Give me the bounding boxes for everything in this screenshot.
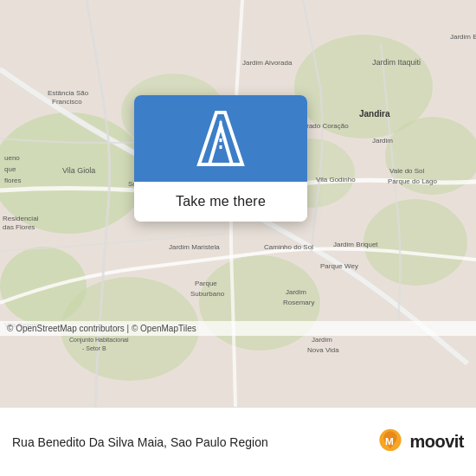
svg-text:Caminho do Sol: Caminho do Sol [264,243,313,251]
svg-text:Parque Wey: Parque Wey [320,262,358,270]
svg-text:Estância São: Estância São [48,89,89,97]
moovit-logo: M moovit [376,428,464,456]
svg-text:que: que [4,165,16,173]
svg-text:Jardim: Jardim [312,336,332,344]
svg-text:das Flores: das Flores [3,223,35,231]
navigation-card: Take me there [134,95,307,222]
svg-text:Rosemary: Rosemary [283,299,314,306]
take-me-there-button[interactable]: Take me there [134,182,307,222]
map-attribution: © OpenStreetMap contributors | © OpenMap… [0,321,476,336]
moovit-logo-icon: M [376,428,404,456]
svg-text:ueno: ueno [4,154,20,162]
svg-text:Vila Giola: Vila Giola [62,166,95,175]
nav-card-icon-area [134,95,307,182]
road-icon [190,108,251,169]
svg-text:Parque: Parque [195,280,217,287]
map[interactable]: Jardim Itaquiti Jardim Be Jandira Jardim… [0,0,476,407]
svg-text:Jardim Itaquiti: Jardim Itaquiti [372,58,421,67]
svg-text:Parque do Lago: Parque do Lago [388,177,437,185]
svg-text:Jardim Alvorada: Jardim Alvorada [242,59,293,67]
svg-text:Vale do Sol: Vale do Sol [389,167,425,175]
svg-text:Residencial: Residencial [3,215,39,222]
svg-text:Nova Vida: Nova Vida [307,346,339,354]
svg-text:- Setor B: - Setor B [82,345,106,351]
svg-text:Jardim Be: Jardim Be [450,33,476,41]
svg-point-4 [363,199,467,286]
svg-text:Conjunto Habitacional: Conjunto Habitacional [69,337,129,344]
svg-text:Francisco: Francisco [52,98,82,106]
svg-text:Jardim: Jardim [372,137,393,145]
svg-text:Jardim Maristela: Jardim Maristela [169,243,220,251]
bottom-bar: Rua Benedito Da Silva Maia, Sao Paulo Re… [0,407,476,476]
svg-text:Vila Godinho: Vila Godinho [316,176,356,183]
svg-text:Suburbano: Suburbano [190,290,225,298]
moovit-text: moovit [409,432,464,452]
svg-text:flores: flores [4,177,22,184]
svg-point-6 [0,247,87,325]
address-info: Rua Benedito Da Silva Maia, Sao Paulo Re… [12,434,376,450]
svg-text:M: M [386,434,395,446]
svg-text:Jardim: Jardim [286,288,306,296]
address-text: Rua Benedito Da Silva Maia, Sao Paulo Re… [12,435,268,449]
svg-text:Jandira: Jandira [359,109,390,119]
svg-text:Jardim Briquet: Jardim Briquet [333,241,378,248]
